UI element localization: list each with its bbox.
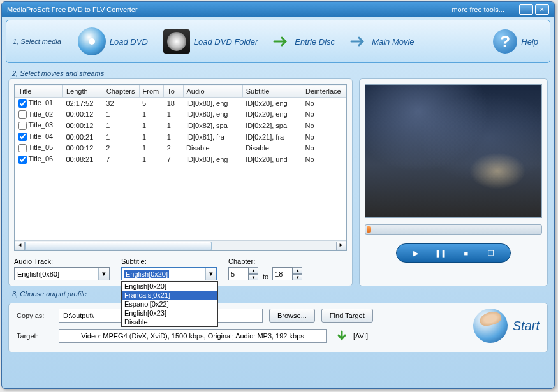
- table-row[interactable]: Title_0600:08:21717ID[0x83], engID[0x20]…: [15, 154, 346, 165]
- chapter-label: Chapter:: [228, 258, 303, 265]
- row-checkbox[interactable]: [18, 133, 27, 141]
- subtitle-select[interactable]: English[0x20] ▾ English[0x20]Francais[0x…: [121, 267, 217, 280]
- chevron-down-icon: ▾: [98, 268, 109, 280]
- load-folder-label: Load DVD Folder: [194, 37, 258, 47]
- scrollbar-thumb[interactable]: [25, 242, 212, 250]
- load-dvd-button[interactable]: Load DVD: [73, 25, 153, 58]
- column-header[interactable]: Chapters: [103, 85, 139, 98]
- column-header[interactable]: Audio: [183, 85, 242, 98]
- chapter-to-spinner[interactable]: ▲▼: [272, 267, 303, 280]
- table-row[interactable]: Title_0102:17:5232518ID[0x80], engID[0x2…: [15, 98, 346, 109]
- start-button[interactable]: Start: [473, 309, 540, 343]
- chevron-down-icon: ▾: [205, 268, 216, 280]
- disc-icon: [78, 27, 106, 55]
- column-header[interactable]: Length: [63, 85, 103, 98]
- find-target-button[interactable]: Find Target: [321, 309, 373, 323]
- load-dvd-folder-button[interactable]: Load DVD Folder: [158, 27, 263, 56]
- step1-label: 1, Select media: [13, 38, 61, 45]
- spin-down-button[interactable]: ▼: [293, 274, 302, 281]
- audio-track-value: English[0x80]: [17, 270, 59, 278]
- snapshot-button[interactable]: ❐: [483, 247, 499, 259]
- row-checkbox[interactable]: [18, 156, 27, 164]
- download-arrow-icon[interactable]: [337, 330, 347, 342]
- preview-panel: ▶ ❚❚ ■ ❐: [359, 78, 548, 286]
- column-header[interactable]: To: [164, 85, 183, 98]
- row-checkbox[interactable]: [18, 144, 27, 152]
- titlebar: MediaProSoft Free DVD to FLV Converter m…: [2, 2, 554, 17]
- scroll-left-button[interactable]: ◄: [15, 242, 25, 250]
- chapter-from-spinner[interactable]: ▲▼: [228, 267, 259, 280]
- help-icon: ?: [493, 29, 517, 54]
- entire-disc-button[interactable]: Entrie Disc: [268, 33, 340, 50]
- output-panel: Copy as: D:\output\ Browse... Find Targe…: [8, 303, 548, 352]
- browse-button[interactable]: Browse...: [269, 309, 315, 323]
- horizontal-scrollbar[interactable]: ◄ ►: [15, 240, 346, 250]
- help-button[interactable]: ? Help: [488, 27, 543, 56]
- audio-track-select[interactable]: English[0x80] ▾: [14, 267, 110, 280]
- dropdown-option[interactable]: Espanol[0x22]: [122, 300, 217, 309]
- column-header[interactable]: Deinterlace: [302, 85, 346, 98]
- pause-button[interactable]: ❚❚: [433, 247, 448, 259]
- start-disc-icon: [473, 309, 508, 343]
- table-row[interactable]: Title_0300:00:12111ID[0x82], spaID[0x22]…: [15, 120, 346, 131]
- main-movie-button[interactable]: Main Movie: [345, 33, 419, 50]
- column-header[interactable]: Title: [15, 85, 63, 98]
- preview-frame: [365, 85, 541, 217]
- arrow-right-green-icon: [273, 35, 291, 48]
- table-row[interactable]: Title_0400:00:21111ID[0x81], fraID[0x21]…: [15, 131, 346, 143]
- target-label: Target:: [17, 332, 52, 340]
- target-profile-select[interactable]: Video: MPEG4 (DivX, XviD), 1500 kbps, Or…: [59, 329, 327, 343]
- dropdown-option[interactable]: English[0x23]: [122, 309, 217, 317]
- target-ext: [AVI]: [353, 332, 368, 340]
- stream-controls: Audio Track: English[0x80] ▾ Subtitle: E…: [14, 258, 347, 280]
- step2-label: 2, Select movies and streams: [2, 66, 554, 78]
- spin-down-button[interactable]: ▼: [249, 274, 258, 281]
- row-checkbox[interactable]: [18, 99, 27, 108]
- play-button[interactable]: ▶: [408, 247, 423, 259]
- subtitle-label: Subtitle:: [121, 258, 217, 265]
- step3-label: 3, Choose output profile: [2, 286, 554, 299]
- dropdown-option[interactable]: Disable: [122, 317, 217, 326]
- table-row[interactable]: Title_0500:00:12212DisableDisableNo: [15, 142, 346, 154]
- movies-panel: TitleLengthChaptersFromToAudioSubtitleDe…: [8, 78, 353, 286]
- spin-up-button[interactable]: ▲: [293, 267, 302, 274]
- load-dvd-label: Load DVD: [110, 37, 148, 47]
- main-movie-label: Main Movie: [372, 37, 414, 47]
- app-window: MediaProSoft Free DVD to FLV Converter m…: [1, 1, 555, 389]
- minimize-button[interactable]: —: [519, 4, 533, 15]
- subtitle-dropdown[interactable]: English[0x20]Francais[0x21]Espanol[0x22]…: [121, 281, 218, 327]
- window-title: MediaProSoft Free DVD to FLV Converter: [7, 6, 138, 13]
- close-button[interactable]: ✕: [535, 4, 549, 15]
- help-label: Help: [521, 37, 538, 47]
- spin-up-button[interactable]: ▲: [249, 267, 258, 274]
- entire-disc-label: Entrie Disc: [295, 37, 335, 47]
- video-preview[interactable]: [365, 84, 542, 218]
- toolbar: 1, Select media Load DVD Load DVD Folder…: [6, 20, 550, 63]
- arrow-right-blue-icon: [350, 35, 368, 48]
- chapter-to-label: to: [263, 273, 268, 280]
- table-row[interactable]: Title_0200:00:12111ID[0x80], engID[0x20]…: [15, 109, 346, 120]
- audio-track-label: Audio Track:: [14, 258, 110, 265]
- scrollbar-track[interactable]: [25, 242, 336, 250]
- dropdown-option[interactable]: English[0x20]: [122, 282, 217, 291]
- timeline-slider[interactable]: [365, 224, 542, 235]
- target-value: Video: MPEG4 (DivX, XviD), 1500 kbps, Or…: [81, 332, 304, 340]
- start-label: Start: [513, 319, 540, 333]
- dropdown-option[interactable]: Francais[0x21]: [122, 291, 217, 300]
- more-tools-link[interactable]: more free tools...: [452, 6, 504, 13]
- playback-controls: ▶ ❚❚ ■ ❐: [396, 243, 511, 263]
- folder-icon: [163, 29, 190, 54]
- row-checkbox[interactable]: [18, 122, 27, 130]
- stop-button[interactable]: ■: [459, 247, 474, 259]
- row-checkbox[interactable]: [18, 110, 27, 119]
- chapter-from-input[interactable]: [228, 267, 249, 280]
- chapter-to-input[interactable]: [272, 267, 293, 280]
- subtitle-value: English[0x20]: [124, 270, 169, 278]
- scroll-right-button[interactable]: ►: [336, 242, 346, 250]
- column-header[interactable]: Subtitle: [242, 85, 302, 98]
- timeline-thumb[interactable]: [367, 226, 371, 233]
- copy-as-label: Copy as:: [17, 312, 52, 319]
- column-header[interactable]: From: [139, 85, 164, 98]
- titles-table: TitleLengthChaptersFromToAudioSubtitleDe…: [14, 84, 347, 251]
